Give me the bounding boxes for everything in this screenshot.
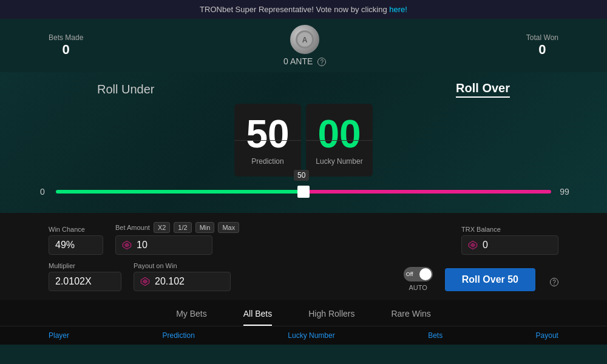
multiplier-input[interactable] (49, 272, 121, 291)
multiplier-group: Multiplier (49, 262, 121, 291)
multiplier-label: Multiplier (49, 262, 121, 269)
roll-help-icon[interactable]: ? (550, 278, 558, 286)
bets-made-block: Bets Made 0 (49, 33, 83, 58)
svg-marker-6 (470, 243, 475, 248)
col-lucky-number[interactable]: Lucky Number (288, 331, 334, 340)
roll-under-label[interactable]: Roll Under (97, 83, 154, 96)
half-button[interactable]: 1/2 (174, 222, 191, 233)
payout-group: Payout on Win 20.102 (134, 262, 231, 291)
win-chance-label: Win Chance (49, 226, 103, 233)
trx-icon (468, 240, 478, 250)
ante-label: 0 ANTE ? (283, 56, 326, 66)
col-player[interactable]: Player (49, 331, 69, 340)
tab-rare-wins[interactable]: Rare Wins (391, 309, 430, 326)
lucky-number-label: Lucky Number (316, 157, 362, 166)
roll-button[interactable]: Roll Over 50 (445, 268, 535, 291)
game-area: Roll Under Roll Over 50 Prediction 00 Lu… (0, 72, 607, 213)
logo-area: A 0 ANTE ? (283, 25, 326, 66)
controls-row2: Multiplier Payout on Win 20.102 Off (49, 262, 558, 291)
slider-min: 0 (36, 187, 49, 197)
announcement-text: TRONbet Super Representative! Vote now b… (200, 5, 389, 14)
min-button[interactable]: Min (195, 222, 215, 233)
prediction-label: Prediction (251, 157, 283, 166)
auto-toggle[interactable]: Off (404, 267, 433, 281)
x2-button[interactable]: X2 (154, 222, 170, 233)
slider-wrapper: 50 (56, 186, 551, 198)
tron-icon (122, 240, 132, 250)
bet-amount-label: Bet Amount (115, 224, 150, 231)
trx-balance-value: 0 (483, 240, 552, 251)
tab-my-bets[interactable]: My Bets (176, 309, 207, 326)
trx-balance-label: TRX Balance (461, 226, 558, 233)
col-bets[interactable]: Bets (428, 331, 443, 340)
total-won-label: Total Won (526, 33, 558, 42)
win-chance-group: Win Chance (49, 226, 103, 255)
total-won-value: 0 (526, 42, 558, 58)
payout-wrapper: 20.102 (134, 272, 231, 291)
controls-area: Win Chance Bet Amount X2 1/2 Min Max 10 (0, 213, 607, 300)
slider-max: 99 (558, 187, 571, 197)
svg-text:A: A (302, 36, 308, 44)
bet-amount-wrapper: 10 (115, 235, 212, 255)
header: Bets Made 0 A 0 ANTE ? Total Won 0 (0, 19, 607, 72)
toggle-slider: Off (404, 267, 433, 281)
ante-help-icon[interactable]: ? (317, 58, 326, 66)
lucky-number: 00 (317, 115, 361, 153)
total-won-block: Total Won 0 (526, 33, 558, 58)
tabs-area: My Bets All Bets High Rollers Rare Wins (0, 300, 607, 326)
roll-over-label[interactable]: Roll Over (456, 81, 510, 98)
toggle-off-label: Off (406, 271, 413, 277)
prediction-number: 50 (246, 115, 289, 153)
slider-value-bubble: 50 (294, 170, 309, 181)
controls-row1: Win Chance Bet Amount X2 1/2 Min Max 10 (49, 222, 558, 255)
auto-toggle-group: Off AUTO (404, 267, 433, 291)
prediction-card: 50 Prediction (234, 104, 301, 177)
payout-tron-icon (140, 277, 150, 286)
coin-icon: A (290, 25, 319, 54)
bets-made-value: 0 (49, 42, 83, 58)
payout-value: 20.102 (155, 276, 224, 287)
roll-labels: Roll Under Roll Over (0, 81, 607, 98)
table-header: Player Prediction Lucky Number Bets Payo… (0, 326, 607, 345)
payout-label: Payout on Win (134, 262, 231, 269)
tab-high-rollers[interactable]: High Rollers (308, 309, 354, 326)
announcement-bar: TRONbet Super Representative! Vote now b… (0, 0, 607, 19)
svg-marker-4 (124, 243, 129, 248)
col-payout[interactable]: Payout (536, 331, 558, 340)
svg-marker-8 (143, 279, 148, 284)
slider-container: 0 50 99 (0, 186, 607, 198)
trx-balance-wrapper: 0 (461, 235, 558, 255)
bets-made-label: Bets Made (49, 33, 83, 42)
trx-balance-group: TRX Balance 0 (461, 226, 558, 255)
toggle-knob (419, 268, 432, 280)
flip-cards: 50 Prediction 00 Lucky Number (0, 104, 607, 177)
bet-amount-group: Bet Amount X2 1/2 Min Max 10 (115, 222, 239, 255)
col-prediction[interactable]: Prediction (162, 331, 194, 340)
max-button[interactable]: Max (218, 222, 239, 233)
lucky-number-card: 00 Lucky Number (306, 104, 373, 177)
bet-amount-value: 10 (137, 240, 206, 251)
announcement-link[interactable]: here! (389, 5, 407, 14)
win-chance-input[interactable] (49, 235, 103, 255)
bet-label-row: Bet Amount X2 1/2 Min Max (115, 222, 239, 233)
tab-all-bets[interactable]: All Bets (243, 309, 272, 326)
auto-label: AUTO (409, 284, 427, 291)
